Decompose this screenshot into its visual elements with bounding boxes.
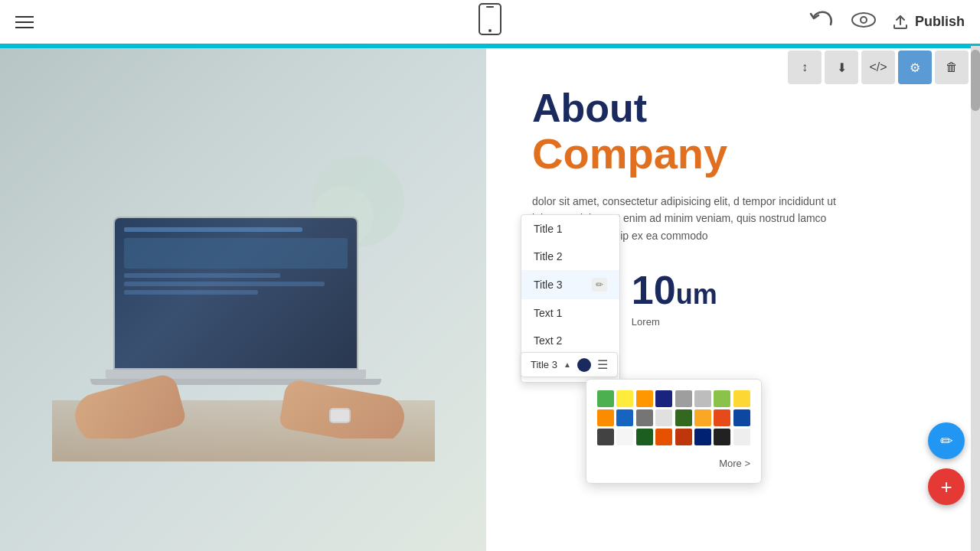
color-picker: More >	[586, 379, 762, 484]
laptop-visual	[0, 48, 486, 551]
color-cell[interactable]	[616, 390, 633, 407]
svg-point-3	[852, 13, 875, 27]
color-cell[interactable]	[616, 429, 633, 445]
color-cell[interactable]	[675, 429, 692, 445]
color-cell[interactable]	[714, 429, 730, 445]
color-cell[interactable]	[636, 390, 653, 407]
topbar: Publish	[0, 0, 980, 46]
color-cell[interactable]	[714, 390, 730, 407]
color-cell[interactable]	[655, 429, 672, 445]
dropdown-item-text1[interactable]: Text 1	[521, 299, 619, 327]
dropdown-item-text2[interactable]: Text 2	[521, 327, 619, 354]
stat-number-2: 10um	[632, 267, 717, 313]
color-cell[interactable]	[694, 390, 711, 407]
stat-item-2: 10um Lorem	[632, 267, 717, 328]
preview-icon[interactable]	[851, 11, 877, 34]
topbar-right: Publish	[809, 9, 965, 35]
color-cell[interactable]	[597, 390, 614, 407]
color-cell[interactable]	[714, 409, 730, 426]
dropdown-item-title2[interactable]: Title 2	[521, 243, 619, 270]
toolbar-row: ↕ ⬇ </> ⚙ 🗑	[788, 46, 969, 89]
publish-label: Publish	[915, 14, 965, 30]
canvas: About Company dolor sit amet, consectetu…	[0, 46, 980, 551]
topbar-left	[15, 16, 34, 28]
stat-label-2: Lorem	[632, 316, 717, 328]
svg-point-1	[488, 29, 492, 32]
settings-button[interactable]: ⚙	[898, 51, 932, 84]
color-cell[interactable]	[675, 409, 692, 426]
color-cell[interactable]	[597, 429, 614, 445]
color-cell[interactable]	[655, 390, 672, 407]
color-cell[interactable]	[733, 409, 750, 426]
move-button[interactable]: ↕	[788, 51, 822, 84]
text-align-icon[interactable]: ☰	[597, 357, 608, 372]
topbar-center	[478, 2, 502, 41]
phone-icon[interactable]	[478, 2, 502, 41]
color-cell[interactable]	[694, 429, 711, 445]
color-cell[interactable]	[733, 429, 750, 445]
fab-add-button[interactable]: +	[928, 468, 965, 505]
delete-button[interactable]: 🗑	[935, 51, 969, 84]
fab-edit-button[interactable]: ✏	[928, 422, 965, 459]
style-label: Title 3	[531, 359, 557, 370]
color-cell[interactable]	[733, 390, 750, 407]
color-cell[interactable]	[636, 429, 653, 445]
dropdown-item-title3[interactable]: Title 3 ✏	[521, 270, 619, 299]
code-button[interactable]: </>	[861, 51, 895, 84]
color-cell[interactable]	[694, 409, 711, 426]
about-title: About	[532, 86, 949, 130]
chevron-up-icon[interactable]: ▲	[564, 360, 571, 369]
svg-point-4	[861, 17, 867, 23]
company-title: Company	[532, 130, 949, 178]
scrollbar-track	[971, 46, 980, 551]
color-cell[interactable]	[675, 390, 692, 407]
dropdown-item-title1[interactable]: Title 1	[521, 215, 619, 243]
color-grid	[597, 390, 750, 445]
hero-image	[0, 48, 486, 551]
scrollbar-thumb[interactable]	[971, 50, 980, 111]
color-cell[interactable]	[597, 409, 614, 426]
color-dot[interactable]	[577, 358, 591, 372]
download-button[interactable]: ⬇	[825, 51, 858, 84]
color-cell[interactable]	[655, 409, 672, 426]
color-cell[interactable]	[636, 409, 653, 426]
publish-button[interactable]: Publish	[892, 14, 965, 30]
page-content: About Company dolor sit amet, consectetu…	[0, 48, 980, 551]
undo-icon[interactable]	[809, 9, 835, 35]
color-more-button[interactable]: More >	[597, 455, 750, 472]
edit-pencil-icon[interactable]: ✏	[592, 278, 607, 292]
hamburger-menu[interactable]	[15, 16, 34, 28]
color-cell[interactable]	[616, 409, 633, 426]
style-bar: Title 3 ▲ ☰	[521, 352, 618, 377]
